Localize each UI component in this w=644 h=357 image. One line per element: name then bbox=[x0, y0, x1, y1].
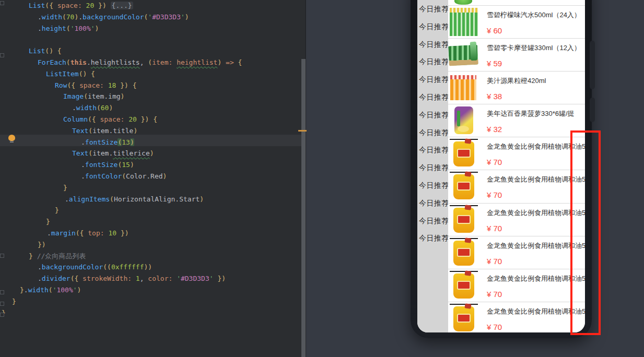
fold-marker-icon[interactable] bbox=[0, 1, 4, 5]
code-line-19[interactable]: } bbox=[0, 205, 242, 216]
code-line-7[interactable]: ListItem() { bbox=[0, 68, 242, 80]
sidebar-item-today-recommend[interactable]: 今日推荐 bbox=[419, 163, 449, 173]
code-token: }) bbox=[94, 2, 106, 9]
product-row[interactable]: 美汁源果粒橙420ml¥ 38 bbox=[448, 72, 585, 104]
product-row[interactable]: 金龙鱼黄金比例食用植物调和油5L*4桶¥ 70 bbox=[448, 137, 585, 170]
code-token: backgroundColor bbox=[42, 263, 103, 271]
code-token: }) bbox=[214, 275, 226, 282]
intention-bulb-icon[interactable] bbox=[8, 135, 15, 141]
sidebar-item-today-recommend[interactable]: 今日推荐 bbox=[419, 22, 449, 32]
code-area[interactable]: List({ space: 20 }) {...}.width(70).back… bbox=[0, 0, 242, 318]
code-token: ( bbox=[84, 92, 88, 100]
sidebar-item-today-recommend[interactable]: 今日推荐 bbox=[419, 199, 449, 208]
code-line-26[interactable]: }.width('100%') bbox=[0, 284, 242, 296]
fold-marker-icon[interactable] bbox=[0, 53, 4, 57]
code-token: ({ bbox=[88, 115, 100, 123]
code-line-18[interactable]: .alignItems(HorizontalAlign.Start) bbox=[0, 194, 242, 205]
code-token: ) bbox=[121, 92, 125, 100]
sidebar-item-today-recommend[interactable]: 今日推荐 bbox=[419, 128, 449, 138]
fold-marker-icon[interactable] bbox=[0, 254, 4, 258]
code-token: . bbox=[38, 25, 42, 32]
product-price: ¥ 60 bbox=[487, 26, 502, 35]
sidebar-item-today-recommend[interactable]: 今日推荐 bbox=[419, 181, 449, 191]
code-line-17[interactable]: } bbox=[0, 182, 242, 194]
product-list[interactable]: ¥ 60雪碧柠檬味汽水500ml（24入）¥ 60雪碧零卡摩登罐330ml（12… bbox=[448, 0, 585, 332]
code-line-12[interactable]: Text(item.title) bbox=[0, 125, 242, 137]
code-token: . bbox=[81, 138, 85, 146]
code-token: . bbox=[87, 58, 91, 66]
product-image-border bbox=[450, 271, 478, 272]
code-token: () bbox=[79, 70, 87, 78]
folded-block[interactable]: {...} bbox=[111, 2, 133, 9]
code-token: . bbox=[65, 195, 69, 203]
volume-button bbox=[590, 41, 595, 89]
product-row[interactable]: 金龙鱼黄金比例食用植物调和油5L*4桶¥ 70 bbox=[448, 236, 585, 269]
code-token: alignItems bbox=[69, 195, 110, 203]
code-line-15[interactable]: .fontSize(15) bbox=[0, 159, 242, 171]
code-line-4[interactable] bbox=[0, 34, 242, 45]
sidebar-item-today-recommend[interactable]: 今日推荐 bbox=[419, 111, 449, 120]
code-token: 100% bbox=[74, 25, 90, 32]
product-row[interactable]: 金龙鱼黄金比例食用植物调和油5L*4桶¥ 70 bbox=[448, 170, 585, 203]
editor-scrollbar[interactable] bbox=[301, 59, 306, 357]
product-row[interactable]: 雪碧柠檬味汽水500ml（24入）¥ 60 bbox=[448, 6, 585, 39]
code-editor[interactable]: List({ space: 20 }) {...}.width(70).back… bbox=[0, 0, 306, 357]
code-token: ' bbox=[148, 13, 152, 21]
code-token: 1 bbox=[136, 275, 140, 282]
code-line-14[interactable]: Text(item.titlerice) bbox=[0, 148, 242, 159]
code-token: this bbox=[71, 58, 87, 66]
product-price: ¥ 60 bbox=[487, 0, 502, 2]
sidebar-item-today-recommend[interactable]: 今日推荐 bbox=[419, 75, 449, 85]
code-line-25[interactable]: .divider({ strokeWidth: 1, color: '#D3D3… bbox=[0, 273, 242, 284]
code-token: space: bbox=[100, 115, 124, 123]
product-row[interactable]: ¥ 60 bbox=[448, 0, 585, 6]
code-line-2[interactable]: .width(70).backgroundColor('#D3D3D3') bbox=[0, 11, 242, 23]
product-row[interactable]: 美年达百香果菠萝330*6罐/提¥ 32 bbox=[448, 104, 585, 137]
fold-marker-icon[interactable] bbox=[0, 290, 4, 294]
recommend-sidebar: 今日推荐今日推荐今日推荐今日推荐今日推荐今日推荐今日推荐今日推荐今日推荐今日推荐… bbox=[417, 0, 448, 332]
product-price: ¥ 70 bbox=[487, 323, 502, 331]
code-line-21[interactable]: .margin({ top: 10 }) bbox=[0, 228, 242, 239]
code-token: . bbox=[81, 161, 85, 169]
product-row[interactable]: 雪碧零卡摩登罐330ml（12入）¥ 59 bbox=[448, 39, 585, 72]
code-line-20[interactable]: } bbox=[0, 216, 242, 228]
code-line-8[interactable]: Row({ space: 18 }) { bbox=[0, 80, 242, 91]
product-image bbox=[450, 8, 478, 36]
code-token: width bbox=[28, 286, 49, 294]
code-token: }) bbox=[116, 81, 128, 89]
sidebar-item-today-recommend[interactable]: 今日推荐 bbox=[419, 217, 449, 226]
code-line-23[interactable]: } //众向商品列表 bbox=[0, 251, 242, 262]
sidebar-item-today-recommend[interactable]: 今日推荐 bbox=[419, 93, 449, 102]
code-line-16[interactable]: .fontColor(Color.Red) bbox=[0, 171, 242, 182]
code-line-28[interactable]: } bbox=[0, 307, 242, 319]
code-token: divider bbox=[42, 275, 71, 282]
code-token: } bbox=[63, 184, 67, 192]
code-line-24[interactable]: .backgroundColor((0xffffff)) bbox=[0, 261, 242, 273]
code-token bbox=[107, 2, 111, 9]
product-image bbox=[454, 0, 472, 5]
code-token: top: bbox=[88, 229, 104, 237]
code-line-1[interactable]: List({ space: 20 }) {...} bbox=[0, 0, 242, 11]
code-line-9[interactable]: Image(item.img) bbox=[0, 91, 242, 102]
code-line-11[interactable]: Column({ space: 20 }) { bbox=[0, 114, 242, 125]
code-line-27[interactable]: } bbox=[0, 296, 242, 307]
code-token: Text bbox=[72, 127, 88, 135]
product-row[interactable]: 金龙鱼黄金比例食用植物调和油5L*4桶¥ 70 bbox=[448, 204, 585, 236]
code-token: ' bbox=[91, 25, 95, 32]
code-token: space: bbox=[57, 2, 82, 9]
sidebar-item-today-recommend[interactable]: 今日推荐 bbox=[419, 5, 449, 14]
code-line-6[interactable]: ForEach(this.helightlists, (item: height… bbox=[0, 57, 242, 68]
code-line-10[interactable]: .width(60) bbox=[0, 102, 242, 114]
fold-marker-icon[interactable] bbox=[0, 313, 4, 317]
sidebar-item-today-recommend[interactable]: 今日推荐 bbox=[419, 57, 449, 67]
code-line-3[interactable]: .height('100%') bbox=[0, 23, 242, 34]
fold-marker-icon[interactable] bbox=[0, 302, 4, 306]
sidebar-item-today-recommend[interactable]: 今日推荐 bbox=[419, 234, 449, 243]
product-row[interactable]: 金龙鱼黄金比例食用植物调和油5L*4桶¥ 70 bbox=[448, 269, 585, 302]
product-row[interactable]: 金龙鱼黄金比例食用植物调和油5L*4桶¥ 70 bbox=[448, 302, 585, 332]
code-line-22[interactable]: }) bbox=[0, 239, 242, 251]
sidebar-item-today-recommend[interactable]: 今日推荐 bbox=[419, 146, 449, 155]
code-line-13[interactable]: .fontSize(13) bbox=[0, 137, 242, 148]
sidebar-item-today-recommend[interactable]: 今日推荐 bbox=[419, 40, 449, 50]
code-line-5[interactable]: List() { bbox=[0, 45, 242, 57]
